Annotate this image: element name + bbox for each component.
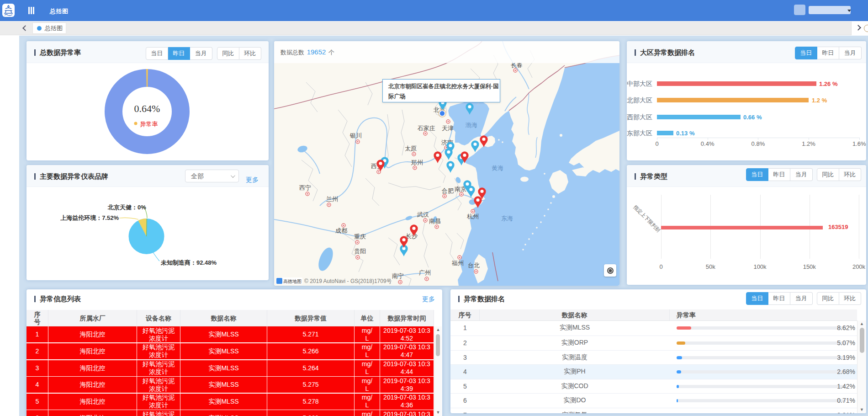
svg-text:天津: 天津	[442, 125, 454, 132]
svg-text:异常率: 异常率	[140, 121, 158, 128]
svg-text:贵阳: 贵阳	[354, 248, 366, 255]
svg-text:太原: 太原	[405, 145, 417, 152]
svg-text:兰州: 兰州	[326, 196, 338, 203]
svg-text:成都: 成都	[335, 227, 347, 234]
svg-text:0.64%: 0.64%	[134, 103, 160, 114]
svg-text:银川: 银川	[349, 132, 362, 139]
svg-text:重庆: 重庆	[354, 233, 366, 240]
svg-text:黄海: 黄海	[492, 165, 503, 171]
svg-text:合肥: 合肥	[442, 187, 454, 194]
svg-text:渤海: 渤海	[465, 122, 477, 128]
svg-text:东海: 东海	[501, 215, 513, 222]
svg-text:武汉: 武汉	[417, 211, 429, 218]
svg-text:北京天健：0%: 北京天健：0%	[107, 204, 146, 211]
svg-text:未知制造商：92.48%: 未知制造商：92.48%	[160, 259, 217, 266]
svg-text:福州: 福州	[451, 260, 464, 267]
svg-text:郑州: 郑州	[411, 159, 423, 166]
svg-text:石家庄: 石家庄	[418, 125, 435, 132]
svg-text:台北: 台北	[468, 262, 480, 269]
svg-text:上海益伦环境：7.52%: 上海益伦环境：7.52%	[60, 214, 119, 221]
svg-text:杭州: 杭州	[467, 213, 479, 220]
svg-text:西宁: 西宁	[299, 184, 311, 191]
svg-text:广州: 广州	[419, 269, 431, 276]
svg-text:南昌: 南昌	[429, 218, 441, 224]
